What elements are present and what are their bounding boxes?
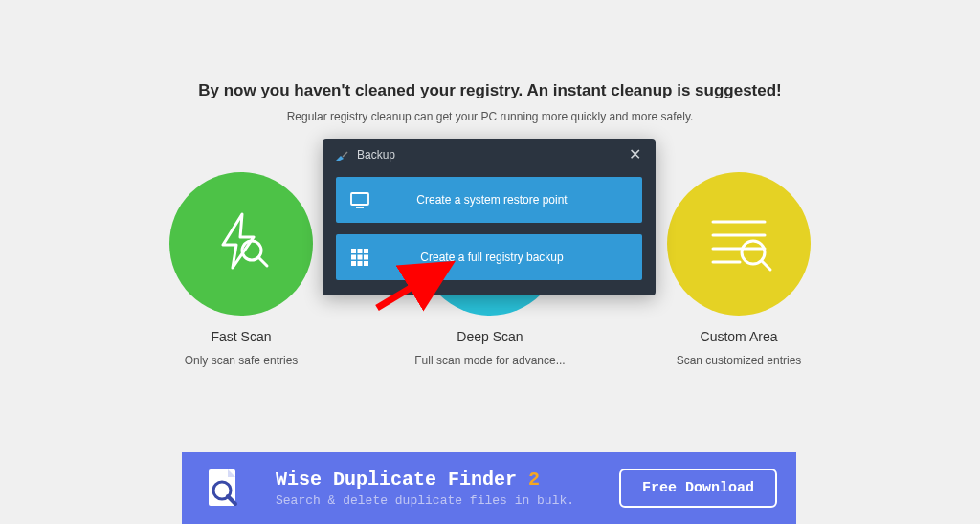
svg-rect-12	[358, 249, 363, 253]
restore-point-label: Create a system restore point	[380, 193, 629, 207]
close-icon[interactable]: ✕	[625, 147, 644, 163]
svg-rect-17	[351, 261, 356, 266]
full-backup-label: Create a full registry backup	[380, 251, 629, 264]
svg-line-8	[343, 152, 347, 157]
promo-subtitle: Search & delete duplicate files in bulk.	[276, 493, 619, 508]
document-search-icon	[201, 466, 247, 512]
custom-area-circle	[667, 172, 811, 316]
grid-icon	[349, 247, 370, 268]
fast-scan-option[interactable]: Fast Scan Only scan safe entries	[145, 172, 337, 367]
svg-rect-18	[358, 261, 363, 266]
svg-rect-19	[364, 261, 368, 266]
free-download-button[interactable]: Free Download	[619, 469, 777, 508]
broom-icon	[334, 147, 349, 163]
svg-rect-14	[351, 255, 356, 260]
create-full-backup-button[interactable]: Create a full registry backup	[336, 234, 642, 280]
deep-scan-title: Deep Scan	[457, 329, 523, 344]
svg-line-1	[258, 257, 267, 266]
list-search-icon	[702, 205, 776, 283]
svg-rect-16	[364, 255, 368, 260]
svg-line-7	[762, 261, 770, 270]
backup-dialog: Backup ✕ Create a system restore point C…	[323, 139, 656, 295]
fast-scan-title: Fast Scan	[211, 329, 271, 344]
page-heading: By now you haven't cleaned your registry…	[0, 81, 980, 100]
promo-banner: Wise Duplicate Finder 2 Search & delete …	[182, 452, 796, 524]
bolt-search-icon	[208, 208, 275, 279]
monitor-icon	[349, 189, 370, 210]
custom-area-desc: Scan customized entries	[677, 354, 802, 367]
custom-area-option[interactable]: Custom Area Scan customized entries	[643, 172, 835, 367]
fast-scan-desc: Only scan safe entries	[185, 354, 299, 367]
page-subheading: Regular registry cleanup can get your PC…	[0, 110, 980, 123]
fast-scan-circle	[169, 172, 313, 316]
backup-dialog-header: Backup ✕	[323, 139, 656, 171]
svg-rect-15	[358, 255, 363, 260]
svg-rect-13	[364, 249, 368, 253]
create-restore-point-button[interactable]: Create a system restore point	[336, 177, 642, 223]
deep-scan-desc: Full scan mode for advance...	[414, 354, 565, 367]
svg-rect-11	[351, 249, 356, 253]
promo-title: Wise Duplicate Finder 2	[276, 469, 619, 491]
backup-dialog-title: Backup	[357, 148, 395, 162]
svg-rect-9	[351, 193, 368, 205]
custom-area-title: Custom Area	[701, 329, 778, 344]
